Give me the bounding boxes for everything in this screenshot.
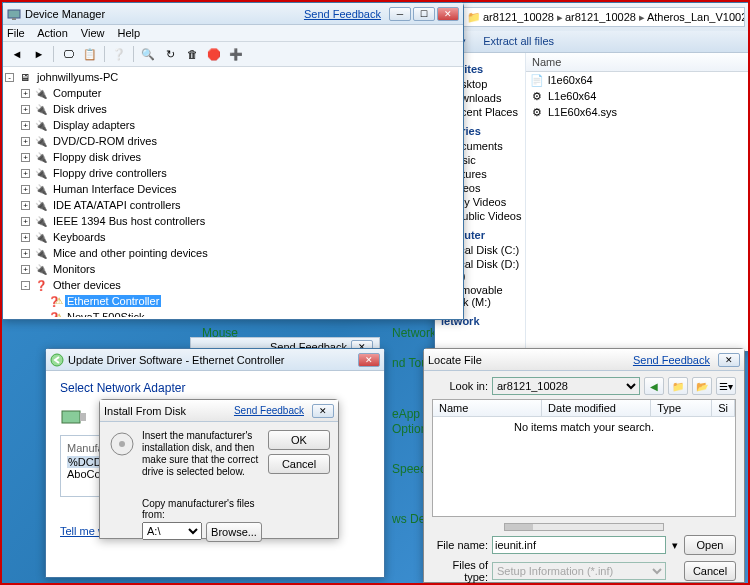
send-feedback-link[interactable]: Send Feedback: [234, 405, 304, 416]
expand-icon[interactable]: +: [21, 105, 30, 114]
device-manager-window: Device Manager Send Feedback ─ ☐ ✕ File …: [2, 2, 464, 320]
col-name[interactable]: Name: [433, 400, 542, 416]
col-size[interactable]: Si: [712, 400, 735, 416]
filename-input[interactable]: [492, 536, 666, 554]
nav-fwd-button[interactable]: ►: [29, 45, 49, 63]
tree-item[interactable]: +🔌Disk drives: [5, 101, 461, 117]
dropdown-arrow-icon[interactable]: ▾: [670, 539, 680, 552]
tree-item[interactable]: +🔌IEEE 1394 Bus host controllers: [5, 213, 461, 229]
maximize-button[interactable]: ☐: [413, 7, 435, 21]
tool-uninstall-icon[interactable]: 🗑: [182, 45, 202, 63]
file-item[interactable]: ⚙L1E60x64.sys: [526, 104, 749, 120]
back-arrow-icon[interactable]: [50, 353, 64, 367]
col-date[interactable]: Date modified: [542, 400, 651, 416]
tree-label: Monitors: [51, 263, 97, 275]
expand-icon[interactable]: +: [21, 137, 30, 146]
device-tree[interactable]: -🖥johnwillyums-PC+🔌Computer+🔌Disk drives…: [3, 67, 463, 317]
tree-item-selected[interactable]: ❓⚠Ethernet Controller: [5, 293, 461, 309]
tree-item[interactable]: +🔌Human Interface Devices: [5, 181, 461, 197]
browse-button[interactable]: Browse...: [206, 522, 262, 542]
tree-item[interactable]: +🔌DVD/CD-ROM drives: [5, 133, 461, 149]
expand-icon[interactable]: +: [21, 121, 30, 130]
collapse-icon[interactable]: -: [21, 281, 30, 290]
new-folder-icon[interactable]: 📂: [692, 377, 712, 395]
file-item[interactable]: ⚙L1e60x64: [526, 88, 749, 104]
tool-help-icon[interactable]: ❔: [109, 45, 129, 63]
cancel-button[interactable]: Cancel: [684, 561, 736, 581]
send-feedback-link[interactable]: Send Feedback: [633, 354, 710, 366]
expand-icon[interactable]: +: [21, 217, 30, 226]
tool-legacy-icon[interactable]: ➕: [226, 45, 246, 63]
send-feedback-link[interactable]: Send Feedback: [304, 8, 381, 20]
device-icon: 🔌: [34, 230, 48, 244]
file-item[interactable]: 📄l1e60x64: [526, 72, 749, 88]
expand-icon[interactable]: +: [21, 89, 30, 98]
minimize-button[interactable]: ─: [389, 7, 411, 21]
close-button[interactable]: ✕: [358, 353, 380, 367]
tree-item[interactable]: +🔌IDE ATA/ATAPI controllers: [5, 197, 461, 213]
tree-item[interactable]: +🔌Keyboards: [5, 229, 461, 245]
menu-file[interactable]: File: [7, 27, 25, 39]
views-icon[interactable]: ☰▾: [716, 377, 736, 395]
wizard-heading: Select Network Adapter: [60, 381, 370, 395]
titlebar[interactable]: Locate File Send Feedback ✕: [424, 349, 744, 371]
inf-icon: ⚙: [530, 89, 544, 103]
menu-view[interactable]: View: [81, 27, 105, 39]
tool-disable-icon[interactable]: 🛑: [204, 45, 224, 63]
close-button[interactable]: ✕: [718, 353, 740, 367]
tree-item[interactable]: +🔌Computer: [5, 85, 461, 101]
tree-item[interactable]: +🔌Display adapters: [5, 117, 461, 133]
menubar: File Action View Help: [3, 25, 463, 42]
device-icon: 🔌: [34, 134, 48, 148]
collapse-icon[interactable]: -: [5, 73, 14, 82]
expand-icon[interactable]: +: [21, 233, 30, 242]
breadcrumb[interactable]: 📁 ar8121_10028▸ ar8121_10028▸ Atheros_La…: [462, 7, 745, 27]
path-combo[interactable]: A:\: [142, 522, 202, 540]
file-list-pane: Name 📄l1e60x64 ⚙L1e60x64 ⚙L1E60x64.sys: [525, 53, 749, 349]
expand-icon[interactable]: +: [21, 265, 30, 274]
menu-action[interactable]: Action: [37, 27, 68, 39]
tool-properties-icon[interactable]: 📋: [80, 45, 100, 63]
titlebar[interactable]: Install From Disk Send Feedback ✕: [100, 400, 338, 422]
tree-item[interactable]: -🖥johnwillyums-PC: [5, 69, 461, 85]
tree-item[interactable]: +🔌Monitors: [5, 261, 461, 277]
disk-icon: [108, 430, 136, 542]
open-button[interactable]: Open: [684, 535, 736, 555]
col-type[interactable]: Type: [651, 400, 712, 416]
instruction-text: Insert the manufacturer's installation d…: [142, 430, 262, 478]
column-header-name[interactable]: Name: [526, 53, 749, 72]
expand-icon[interactable]: +: [21, 249, 30, 258]
tree-label: Disk drives: [51, 103, 109, 115]
file-list[interactable]: Name Date modified Type Si No items matc…: [432, 399, 736, 517]
nav-back-button[interactable]: ◄: [7, 45, 27, 63]
expand-icon[interactable]: +: [21, 201, 30, 210]
lookin-combo[interactable]: ar8121_10028: [492, 377, 640, 395]
close-button[interactable]: ✕: [312, 404, 334, 418]
titlebar[interactable]: Device Manager Send Feedback ─ ☐ ✕: [3, 3, 463, 25]
tool-update-icon[interactable]: ↻: [160, 45, 180, 63]
tree-item[interactable]: -❓Other devices: [5, 277, 461, 293]
scrollbar[interactable]: [504, 523, 664, 531]
expand-icon[interactable]: +: [21, 185, 30, 194]
filename-label: File name:: [432, 539, 488, 551]
tree-item[interactable]: +🔌Floppy disk drives: [5, 149, 461, 165]
tree-item[interactable]: +🔌Floppy drive controllers: [5, 165, 461, 181]
tree-item[interactable]: ❓⚠NovaT 500Stick: [5, 309, 461, 317]
ok-button[interactable]: OK: [268, 430, 330, 450]
expand-icon[interactable]: +: [21, 169, 30, 178]
close-button[interactable]: ✕: [437, 7, 459, 21]
titlebar[interactable]: Update Driver Software - Ethernet Contro…: [46, 349, 384, 371]
tree-item[interactable]: +🔌Mice and other pointing devices: [5, 245, 461, 261]
filetype-label: Files of type:: [432, 559, 488, 583]
expand-icon[interactable]: +: [21, 153, 30, 162]
menu-help[interactable]: Help: [118, 27, 141, 39]
nav-back-icon[interactable]: ◀: [644, 377, 664, 395]
device-icon: ❓⚠: [48, 294, 62, 308]
network-adapter-icon: [60, 405, 88, 427]
up-folder-icon[interactable]: 📁: [668, 377, 688, 395]
extract-all-button[interactable]: Extract all files: [483, 35, 554, 47]
tool-showall-icon[interactable]: 🖵: [58, 45, 78, 63]
window-title: Update Driver Software - Ethernet Contro…: [68, 354, 284, 366]
tool-scan-icon[interactable]: 🔍: [138, 45, 158, 63]
cancel-button[interactable]: Cancel: [268, 454, 330, 474]
